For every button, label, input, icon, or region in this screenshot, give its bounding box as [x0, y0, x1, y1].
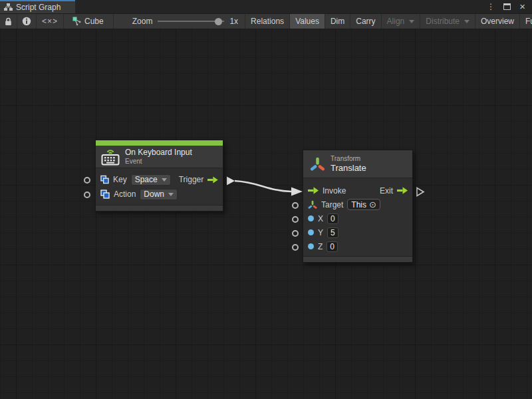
trigger-output-port-triangle[interactable] — [227, 177, 235, 186]
value-port-dot — [308, 229, 314, 235]
value-x: 0 — [331, 214, 335, 223]
port-label-target: Target — [321, 200, 343, 209]
close-icon[interactable]: × — [519, 3, 525, 10]
event-accent-bar — [96, 140, 223, 146]
connection-layer — [0, 29, 532, 399]
chevron-down-icon — [409, 20, 414, 23]
event-node-on-keyboard-input[interactable]: On Keyboard Input Event Key Space — [95, 140, 223, 211]
script-graph-window: Script Graph ⋮ × <×> — [0, 0, 532, 399]
node-kind: Transform — [331, 154, 366, 163]
key-dropdown[interactable]: Space — [131, 174, 171, 186]
chevron-down-icon — [464, 20, 469, 23]
port-row-x: X 0 — [303, 211, 412, 225]
overview-label: Overview — [481, 17, 514, 26]
zoom-slider-handle[interactable] — [215, 18, 222, 25]
value-field-z[interactable]: 0 — [327, 241, 338, 252]
input-port-x[interactable] — [292, 216, 299, 223]
port-label-action: Action — [114, 190, 136, 199]
literal-icon — [100, 190, 110, 199]
input-port-y[interactable] — [292, 230, 299, 237]
carry-label: Carry — [356, 17, 375, 26]
port-row-target: Target This ⊙ — [303, 198, 412, 211]
graph-toolbar: <×> Cube Zoom 1x Relations Values — [0, 13, 532, 29]
zoom-slider[interactable] — [158, 17, 224, 25]
zoom-control: Zoom 1x — [114, 14, 245, 29]
info-button[interactable] — [17, 14, 37, 29]
this-object-button[interactable]: This ⊙ — [347, 199, 380, 210]
zoom-value: 1x — [229, 17, 238, 26]
value-field-y[interactable]: 5 — [327, 227, 338, 238]
connection-arrowhead — [291, 188, 303, 196]
tab-strip-empty — [75, 0, 487, 13]
graph-target[interactable]: Cube — [64, 14, 114, 29]
value-port-dot — [308, 215, 314, 221]
port-label-x: X — [318, 214, 323, 223]
port-row-z: Z 0 — [303, 239, 412, 253]
transform-mini-icon — [308, 200, 317, 209]
fullscreen-label: Full Screen — [525, 17, 532, 26]
toolbar-button-fullscreen[interactable]: Full Screen — [520, 14, 532, 29]
code-view-button[interactable]: <×> — [37, 14, 64, 29]
node-header[interactable]: On Keyboard Input Event — [96, 146, 223, 168]
object-picker-icon[interactable]: ⊙ — [369, 200, 376, 209]
graph-canvas[interactable]: On Keyboard Input Event Key Space — [0, 29, 532, 399]
flow-arrow-icon — [397, 187, 408, 194]
tab-label: Script Graph — [16, 3, 61, 12]
port-label-z: Z — [318, 242, 323, 251]
tab-script-graph[interactable]: Script Graph — [0, 0, 75, 13]
chevron-down-icon — [162, 178, 167, 182]
unit-node-translate[interactable]: Transform Translate Invoke Exit — [303, 150, 413, 263]
toolbar-button-carry[interactable]: Carry — [350, 14, 381, 29]
chevron-down-icon — [168, 193, 174, 196]
port-row-y: Y 5 — [303, 225, 412, 239]
this-object-label: This — [351, 200, 366, 209]
connection-wire[interactable] — [235, 181, 291, 192]
graph-pointer-icon — [72, 17, 82, 26]
value-field-x[interactable]: 0 — [327, 213, 338, 224]
toolbar-button-dim[interactable]: Dim — [325, 14, 350, 29]
node-title: Translate — [331, 163, 366, 174]
window-controls: ⋮ × — [487, 0, 532, 13]
flow-arrow-icon — [207, 176, 218, 184]
maximize-icon[interactable] — [503, 3, 511, 10]
literal-icon — [100, 175, 109, 184]
toolbar-button-relations[interactable]: Relations — [245, 14, 290, 29]
port-row-invoke: Invoke Exit — [303, 184, 412, 198]
port-row-key: Key Space Trigger — [96, 172, 223, 187]
port-label-trigger: Trigger — [179, 175, 204, 184]
node-footer — [303, 256, 412, 262]
port-label-invoke: Invoke — [323, 186, 346, 196]
flow-arrow-icon — [308, 187, 319, 194]
node-subtitle: Event — [125, 158, 192, 166]
value-y: 5 — [331, 228, 335, 237]
port-label-exit: Exit — [380, 186, 393, 196]
node-body: Invoke Exit Target — [303, 178, 412, 256]
values-label: Values — [295, 17, 319, 26]
toolbar-button-overview[interactable]: Overview — [475, 14, 520, 29]
port-label-y: Y — [318, 228, 323, 237]
node-body: Key Space Trigger — [96, 168, 223, 205]
toolbar-button-distribute[interactable]: Distribute — [420, 14, 475, 29]
toolbar-button-align[interactable]: Align — [382, 14, 421, 29]
toolbar-button-values[interactable]: Values — [290, 14, 325, 29]
keyboard-icon — [101, 148, 120, 166]
input-port-key[interactable] — [84, 177, 90, 184]
input-port-z[interactable] — [292, 244, 299, 251]
input-port-target[interactable] — [292, 202, 299, 209]
input-port-action[interactable] — [84, 192, 90, 198]
node-header[interactable]: Transform Translate — [303, 150, 412, 178]
dim-label: Dim — [331, 17, 344, 26]
port-row-action: Action Down — [96, 187, 223, 201]
lock-button[interactable] — [0, 14, 17, 29]
node-footer — [96, 205, 223, 211]
window-menu-icon[interactable]: ⋮ — [487, 2, 495, 11]
lock-icon — [5, 17, 12, 26]
action-dropdown[interactable]: Down — [140, 189, 178, 200]
tab-strip: Script Graph ⋮ × — [0, 0, 532, 13]
code-icon: <×> — [42, 17, 58, 26]
distribute-label: Distribute — [426, 17, 460, 26]
zoom-label: Zoom — [132, 17, 153, 26]
transform-icon — [310, 157, 325, 172]
exit-output-port-triangle[interactable] — [417, 188, 424, 196]
node-title: On Keyboard Input — [125, 148, 192, 158]
